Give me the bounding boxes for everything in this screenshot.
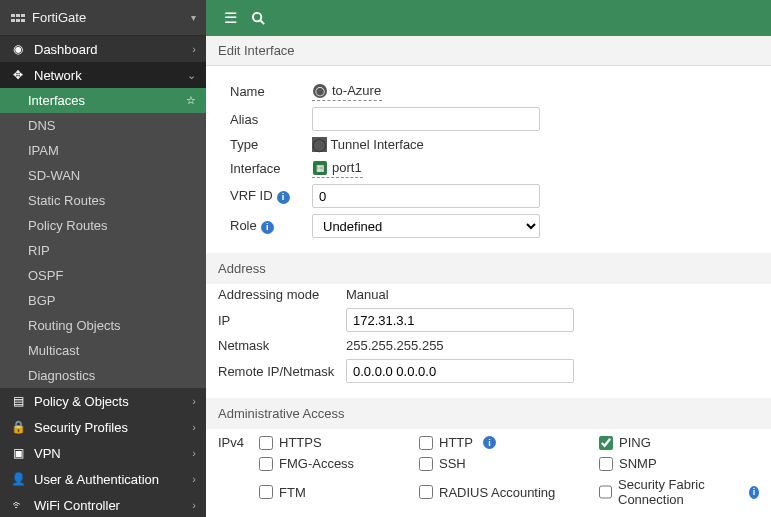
label-role: Rolei bbox=[230, 218, 312, 234]
nav-dashboard[interactable]: ◉Dashboard› bbox=[0, 36, 206, 62]
menu-toggle-button[interactable]: ☰ bbox=[216, 4, 244, 32]
svg-rect-0 bbox=[11, 14, 15, 17]
type-value: ◯ Tunnel Interface bbox=[312, 137, 424, 152]
chevron-down-icon: ⌄ bbox=[187, 69, 196, 82]
nav-security-profiles[interactable]: 🔒Security Profiles› bbox=[0, 414, 206, 440]
svg-rect-2 bbox=[21, 14, 25, 17]
nav-interfaces[interactable]: Interfaces☆ bbox=[0, 88, 206, 113]
info-icon[interactable]: i bbox=[749, 486, 759, 499]
topbar: ☰ bbox=[206, 0, 771, 36]
label-interface: Interface bbox=[230, 161, 312, 176]
nav-ospf[interactable]: OSPF bbox=[0, 263, 206, 288]
tunnel-type-icon: ◯ bbox=[312, 137, 327, 152]
vrfid-input[interactable] bbox=[312, 184, 540, 208]
nav-routing-objects[interactable]: Routing Objects bbox=[0, 313, 206, 338]
search-button[interactable] bbox=[244, 4, 272, 32]
nav-multicast[interactable]: Multicast bbox=[0, 338, 206, 363]
nav: ◉Dashboard› ✥Network⌄ Interfaces☆ DNS IP… bbox=[0, 36, 206, 517]
label-ip: IP bbox=[218, 313, 346, 328]
chevron-right-icon: › bbox=[192, 43, 196, 55]
svg-point-6 bbox=[252, 12, 260, 20]
info-icon[interactable]: i bbox=[277, 191, 290, 204]
nav-wifi[interactable]: ᯤWiFi Controller› bbox=[0, 492, 206, 517]
section-admin-access: Administrative Access bbox=[206, 398, 771, 429]
addressing-mode-value: Manual bbox=[346, 287, 389, 302]
label-type: Type bbox=[230, 137, 312, 152]
chevron-right-icon: › bbox=[192, 473, 196, 485]
network-icon: ✥ bbox=[10, 68, 26, 82]
label-ipv4: IPv4 bbox=[218, 435, 259, 507]
nav-rip[interactable]: RIP bbox=[0, 238, 206, 263]
alias-input[interactable] bbox=[312, 107, 540, 131]
main: ☰ Edit Interface Name ◯to-Azure Alias Ty… bbox=[206, 0, 771, 517]
remote-ip-input[interactable] bbox=[346, 359, 574, 383]
netmask-value: 255.255.255.255 bbox=[346, 338, 444, 353]
nav-policy-routes[interactable]: Policy Routes bbox=[0, 213, 206, 238]
label-vrfid: VRF IDi bbox=[230, 188, 312, 204]
label-addressing-mode: Addressing mode bbox=[218, 287, 346, 302]
caret-down-icon: ▾ bbox=[191, 12, 196, 23]
brand-menu[interactable]: FortiGate ▾ bbox=[0, 0, 206, 36]
cb-ping[interactable]: PING bbox=[599, 435, 759, 450]
nav-dns[interactable]: DNS bbox=[0, 113, 206, 138]
wifi-icon: ᯤ bbox=[10, 498, 26, 512]
cb-fabric[interactable]: Security Fabric Connectioni bbox=[599, 477, 759, 507]
label-netmask: Netmask bbox=[218, 338, 346, 353]
cb-fmg[interactable]: FMG-Access bbox=[259, 456, 419, 471]
svg-line-7 bbox=[260, 20, 264, 24]
svg-rect-5 bbox=[21, 19, 25, 22]
fortigate-logo-icon bbox=[10, 10, 26, 26]
chevron-right-icon: › bbox=[192, 447, 196, 459]
user-icon: 👤 bbox=[10, 472, 26, 486]
chevron-right-icon: › bbox=[192, 421, 196, 433]
nav-sdwan[interactable]: SD-WAN bbox=[0, 163, 206, 188]
cb-http[interactable]: HTTPi bbox=[419, 435, 599, 450]
lock-icon: 🔒 bbox=[10, 420, 26, 434]
nav-vpn[interactable]: ▣VPN› bbox=[0, 440, 206, 466]
label-remote-ip: Remote IP/Netmask bbox=[218, 364, 346, 379]
nav-bgp[interactable]: BGP bbox=[0, 288, 206, 313]
interface-value: ▦port1 bbox=[312, 158, 363, 178]
section-address: Address bbox=[206, 253, 771, 284]
cb-radius[interactable]: RADIUS Accounting bbox=[419, 477, 599, 507]
policy-icon: ▤ bbox=[10, 394, 26, 408]
search-icon bbox=[251, 11, 266, 26]
vpn-icon: ▣ bbox=[10, 446, 26, 460]
svg-rect-1 bbox=[16, 14, 20, 17]
port-icon: ▦ bbox=[313, 161, 327, 175]
chevron-right-icon: › bbox=[192, 395, 196, 407]
label-name: Name bbox=[230, 84, 312, 99]
svg-rect-3 bbox=[11, 19, 15, 22]
cb-ftm[interactable]: FTM bbox=[259, 477, 419, 507]
info-icon[interactable]: i bbox=[483, 436, 496, 449]
star-icon: ☆ bbox=[186, 94, 196, 107]
cb-ssh[interactable]: SSH bbox=[419, 456, 599, 471]
nav-network[interactable]: ✥Network⌄ bbox=[0, 62, 206, 88]
role-select[interactable]: Undefined bbox=[312, 214, 540, 238]
nav-user-auth[interactable]: 👤User & Authentication› bbox=[0, 466, 206, 492]
brand-label: FortiGate bbox=[32, 10, 86, 25]
page-title: Edit Interface bbox=[218, 43, 295, 58]
nav-policy-objects[interactable]: ▤Policy & Objects› bbox=[0, 388, 206, 414]
label-alias: Alias bbox=[230, 112, 312, 127]
nav-static-routes[interactable]: Static Routes bbox=[0, 188, 206, 213]
svg-rect-4 bbox=[16, 19, 20, 22]
name-value: ◯to-Azure bbox=[312, 81, 382, 101]
cb-snmp[interactable]: SNMP bbox=[599, 456, 759, 471]
nav-diagnostics[interactable]: Diagnostics bbox=[0, 363, 206, 388]
tunnel-icon: ◯ bbox=[313, 84, 327, 98]
ip-input[interactable] bbox=[346, 308, 574, 332]
nav-ipam[interactable]: IPAM bbox=[0, 138, 206, 163]
dashboard-icon: ◉ bbox=[10, 42, 26, 56]
cb-https[interactable]: HTTPS bbox=[259, 435, 419, 450]
sidebar: FortiGate ▾ ◉Dashboard› ✥Network⌄ Interf… bbox=[0, 0, 206, 517]
content: Name ◯to-Azure Alias Type ◯ Tunnel Inter… bbox=[206, 66, 771, 517]
info-icon[interactable]: i bbox=[261, 221, 274, 234]
chevron-right-icon: › bbox=[192, 499, 196, 511]
page-header: Edit Interface bbox=[206, 36, 771, 66]
